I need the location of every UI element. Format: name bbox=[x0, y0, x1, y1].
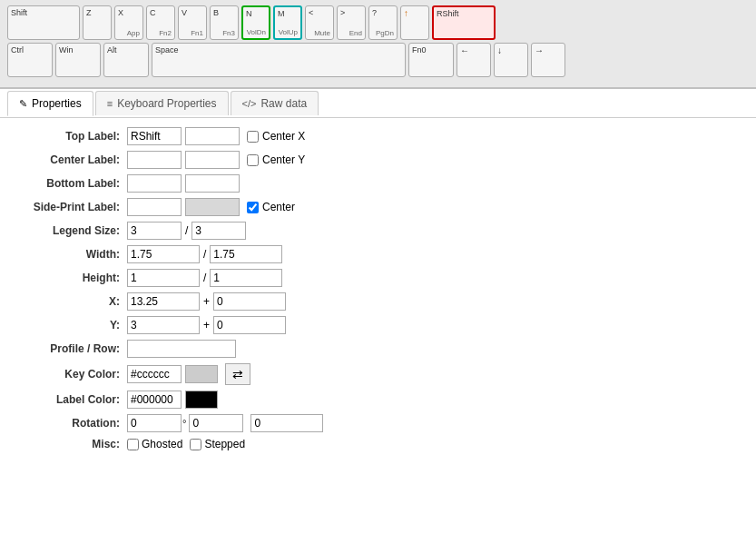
rotation-input2[interactable] bbox=[189, 414, 243, 432]
sideprint-label-input1[interactable] bbox=[127, 198, 182, 216]
y-input1[interactable] bbox=[127, 316, 200, 334]
key-color-input[interactable] bbox=[127, 365, 182, 383]
center-x-checkbox[interactable] bbox=[247, 131, 259, 143]
tab-raw-data[interactable]: </> Raw data bbox=[231, 91, 319, 115]
sideprint-label-row: Side-Print Label: Center bbox=[18, 198, 738, 216]
y-row: Y: + bbox=[18, 316, 738, 334]
ghosted-checkbox[interactable] bbox=[127, 439, 139, 450]
label-color-input[interactable] bbox=[127, 391, 182, 409]
bottom-label-input2[interactable] bbox=[185, 174, 240, 193]
center-label-input2[interactable] bbox=[185, 151, 240, 169]
key-rshift[interactable]: RShift bbox=[432, 5, 496, 40]
top-label-label: Top Label: bbox=[18, 130, 127, 143]
legend-size-input2[interactable] bbox=[191, 222, 246, 240]
ghosted-label: Ghosted bbox=[142, 438, 182, 450]
profile-row-label: Profile / Row: bbox=[18, 342, 127, 355]
tab-properties-label: Properties bbox=[32, 97, 82, 110]
key-n[interactable]: N VolDn bbox=[241, 5, 270, 40]
sideprint-center-group: Center bbox=[247, 201, 295, 213]
sideprint-center-label: Center bbox=[262, 201, 295, 213]
height-sep: / bbox=[203, 272, 206, 284]
key-shift-left[interactable]: Shift bbox=[7, 5, 80, 40]
tab-properties[interactable]: ✎ Properties bbox=[7, 91, 93, 116]
properties-panel: Top Label: Center X Center Label: Center… bbox=[0, 118, 756, 534]
legend-size-input1[interactable] bbox=[127, 222, 182, 240]
key-v[interactable]: V Fn1 bbox=[178, 5, 207, 40]
top-label-input1[interactable] bbox=[127, 127, 182, 145]
legend-size-sep: / bbox=[185, 224, 188, 237]
misc-row: Misc: Ghosted Stepped bbox=[18, 438, 738, 450]
key-m[interactable]: M VolUp bbox=[273, 5, 302, 40]
center-label-row: Center Label: Center Y bbox=[18, 151, 738, 169]
x-sep: + bbox=[203, 295, 210, 308]
keyboard-properties-icon: ≡ bbox=[107, 98, 113, 109]
keyboard-row-1: Shift Z X App C Fn2 V Fn1 B Fn3 N VolDn … bbox=[7, 5, 749, 40]
key-up[interactable]: ↑ bbox=[400, 5, 429, 40]
key-fn0[interactable]: Fn0 bbox=[408, 43, 454, 77]
sideprint-label-input2[interactable] bbox=[185, 198, 240, 216]
center-y-label: Center Y bbox=[262, 153, 305, 166]
tab-keyboard-properties[interactable]: ≡ Keyboard Properties bbox=[95, 91, 229, 115]
top-label-row: Top Label: Center X bbox=[18, 127, 738, 145]
ghosted-option[interactable]: Ghosted bbox=[127, 438, 182, 450]
key-color-swatch[interactable] bbox=[185, 365, 218, 383]
x-row: X: + bbox=[18, 292, 738, 311]
rotation-input1[interactable] bbox=[127, 414, 182, 432]
key-b[interactable]: B Fn3 bbox=[210, 5, 239, 40]
stepped-option[interactable]: Stepped bbox=[190, 438, 245, 450]
width-input2[interactable] bbox=[210, 245, 282, 263]
rotation-input3[interactable] bbox=[250, 414, 323, 432]
bottom-label-input1[interactable] bbox=[127, 174, 182, 193]
rotation-label: Rotation: bbox=[18, 417, 127, 430]
height-input1[interactable] bbox=[127, 269, 200, 287]
height-row: Height: / bbox=[18, 269, 738, 287]
keyboard-area: Shift Z X App C Fn2 V Fn1 B Fn3 N VolDn … bbox=[0, 0, 756, 89]
center-y-checkbox[interactable] bbox=[247, 154, 259, 166]
raw-data-icon: </> bbox=[242, 98, 257, 109]
key-comma[interactable]: < Mute bbox=[305, 5, 334, 40]
center-x-label: Center X bbox=[262, 130, 305, 143]
label-color-label: Label Color: bbox=[18, 393, 127, 406]
key-c[interactable]: C Fn2 bbox=[146, 5, 175, 40]
width-input1[interactable] bbox=[127, 245, 200, 263]
key-period[interactable]: > End bbox=[337, 5, 366, 40]
keyboard-row-2: Ctrl Win Alt Space Fn0 ← ↓ → bbox=[7, 43, 749, 77]
tab-keyboard-properties-label: Keyboard Properties bbox=[117, 97, 216, 110]
bottom-label-label: Bottom Label: bbox=[18, 177, 127, 190]
center-label-label: Center Label: bbox=[18, 153, 127, 166]
misc-label: Misc: bbox=[18, 438, 127, 450]
degree-symbol-1: ° bbox=[182, 418, 186, 429]
center-y-group: Center Y bbox=[247, 153, 305, 166]
stepped-checkbox[interactable] bbox=[190, 439, 201, 450]
key-z[interactable]: Z bbox=[83, 5, 112, 40]
swap-button[interactable]: ⇄ bbox=[225, 363, 250, 385]
top-label-input2[interactable] bbox=[185, 127, 240, 145]
legend-size-label: Legend Size: bbox=[18, 224, 127, 237]
height-input2[interactable] bbox=[210, 269, 282, 287]
key-alt[interactable]: Alt bbox=[103, 43, 149, 77]
key-down[interactable]: ↓ bbox=[494, 43, 528, 77]
profile-row-row: Profile / Row: bbox=[18, 340, 738, 358]
label-color-row: Label Color: bbox=[18, 391, 738, 409]
y-input2[interactable] bbox=[213, 316, 286, 334]
key-win[interactable]: Win bbox=[55, 43, 101, 77]
center-x-group: Center X bbox=[247, 130, 305, 143]
key-slash[interactable]: ? PgDn bbox=[368, 5, 398, 40]
center-label-input1[interactable] bbox=[127, 151, 182, 169]
key-space[interactable]: Space bbox=[152, 43, 406, 77]
x-input2[interactable] bbox=[213, 292, 286, 311]
key-color-row: Key Color: ⇄ bbox=[18, 363, 738, 385]
key-left[interactable]: ← bbox=[457, 43, 491, 77]
sideprint-center-checkbox[interactable] bbox=[247, 202, 259, 213]
key-x[interactable]: X App bbox=[114, 5, 143, 40]
key-ctrl[interactable]: Ctrl bbox=[7, 43, 53, 77]
width-row: Width: / bbox=[18, 245, 738, 263]
label-color-swatch[interactable] bbox=[185, 391, 218, 409]
x-input1[interactable] bbox=[127, 292, 200, 311]
profile-row-input[interactable] bbox=[127, 340, 236, 358]
properties-icon: ✎ bbox=[19, 98, 27, 110]
height-label: Height: bbox=[18, 272, 127, 284]
width-label: Width: bbox=[18, 248, 127, 261]
key-right[interactable]: → bbox=[531, 43, 565, 77]
bottom-label-row: Bottom Label: bbox=[18, 174, 738, 193]
